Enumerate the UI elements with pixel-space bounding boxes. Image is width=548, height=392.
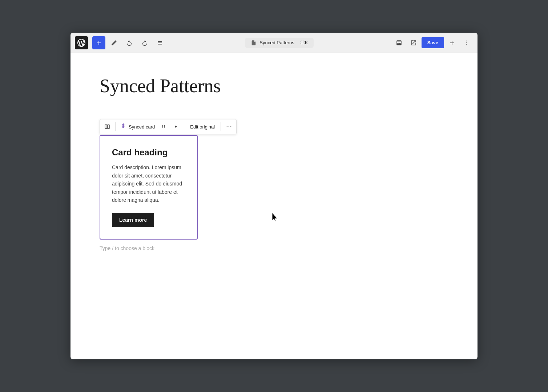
shortcut-hint: ⌘K (300, 40, 308, 45)
save-button[interactable]: Save (422, 37, 444, 48)
svg-point-7 (162, 125, 163, 126)
learn-more-button[interactable]: Learn more (112, 213, 154, 227)
block-more-options-button[interactable] (223, 121, 235, 132)
undo-button[interactable] (123, 36, 136, 49)
block-mover-button[interactable] (101, 121, 113, 132)
svg-point-12 (164, 127, 165, 128)
pattern-label-text: Synced card (129, 124, 155, 130)
svg-point-15 (230, 126, 231, 127)
svg-point-14 (229, 126, 229, 127)
svg-point-13 (227, 126, 227, 127)
card-description: Card description. Lorem ipsum dolor sit … (112, 163, 185, 204)
preview-button[interactable] (392, 36, 406, 49)
svg-point-8 (162, 126, 163, 127)
settings-button[interactable] (446, 36, 459, 49)
wp-logo (75, 36, 88, 49)
block-toolbar-wrapper: Synced card Edit original (100, 119, 448, 240)
drag-handle-button[interactable] (158, 121, 169, 132)
title-pill-text: Synced Patterns (259, 40, 294, 45)
svg-point-0 (466, 40, 467, 41)
add-block-button[interactable] (92, 36, 105, 49)
toolbar-divider-3 (221, 122, 221, 131)
svg-rect-3 (105, 125, 107, 129)
edit-tool-button[interactable] (108, 36, 121, 49)
page-title: Synced Patterns (100, 75, 448, 97)
redo-button[interactable] (138, 36, 151, 49)
block-toolbar: Synced card Edit original (100, 119, 237, 134)
card-heading: Card heading (112, 147, 185, 158)
center-bar: Synced Patterns ⌘K (169, 38, 390, 48)
right-toolbar: Save (392, 36, 473, 49)
edit-original-button[interactable]: Edit original (186, 122, 218, 132)
pattern-name-area: Synced card (118, 123, 157, 131)
editor-area[interactable]: Synced Patterns (70, 53, 478, 359)
svg-point-11 (164, 126, 165, 127)
external-link-button[interactable] (407, 36, 420, 49)
toolbar-divider-1 (115, 122, 116, 131)
title-pill-button[interactable]: Synced Patterns ⌘K (245, 38, 314, 48)
svg-rect-4 (108, 125, 109, 129)
type-hint: Type / to choose a block (100, 245, 448, 251)
svg-rect-5 (122, 127, 125, 127)
synced-block[interactable]: Card heading Card description. Lorem ips… (100, 135, 198, 240)
browser-window: Synced Patterns ⌘K Save (70, 33, 478, 359)
toolbar-divider-2 (184, 122, 184, 131)
document-overview-button[interactable] (153, 36, 166, 49)
svg-rect-6 (122, 127, 124, 128)
synced-pattern-icon (120, 123, 126, 131)
svg-point-9 (162, 127, 163, 128)
top-bar: Synced Patterns ⌘K Save (70, 33, 478, 53)
svg-point-10 (164, 125, 165, 126)
svg-point-1 (466, 42, 467, 43)
more-options-button[interactable] (460, 36, 473, 49)
svg-point-2 (466, 44, 467, 45)
block-mover-arrows[interactable] (170, 121, 182, 132)
